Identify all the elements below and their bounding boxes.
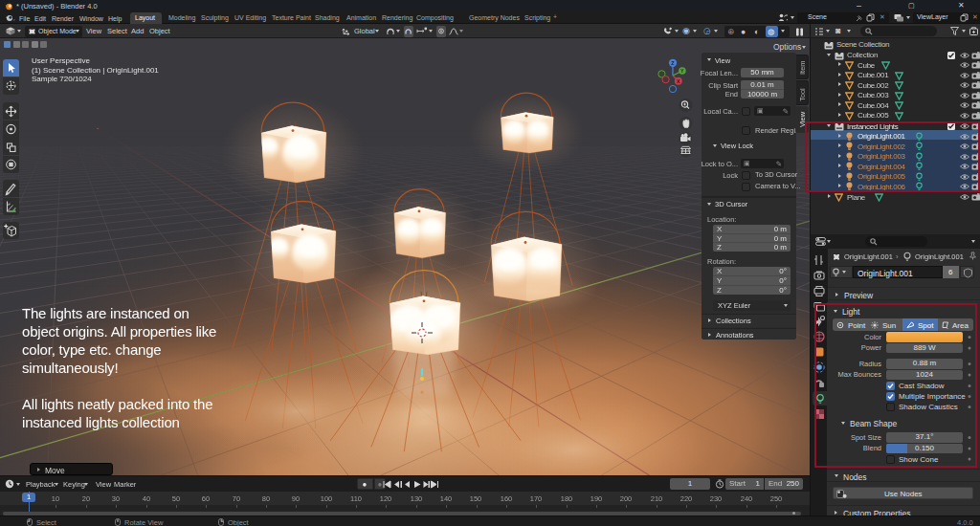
svg-text:Y: Y — [680, 68, 684, 74]
svg-text:X: X — [677, 78, 680, 84]
